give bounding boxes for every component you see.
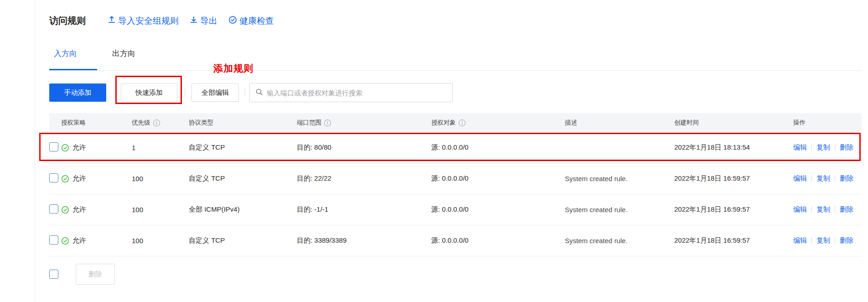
upload-icon [108,16,118,26]
allow-check-icon [61,175,69,183]
toolbar-divider [185,89,185,97]
info-icon[interactable]: i [459,120,465,126]
row-checkbox[interactable] [49,235,58,245]
priority-value: 100 [132,206,189,213]
health-check-link[interactable]: 健康检查 [228,15,274,27]
created-time-value: 2022年1月18日 16:59:57 [674,174,793,183]
action-divider [811,206,812,213]
action-divider [835,237,835,244]
protocol-value: 自定义 TCP [189,174,297,183]
col-priority: 优先级i [132,119,189,127]
auth-object-value: 源: 0.0.0.0/0 [431,205,565,214]
col-created-time: 创建时间 [674,119,793,127]
auth-object-value: 源: 0.0.0.0/0 [431,236,565,245]
page-title: 访问规则 [49,15,86,27]
copy-link[interactable]: 复制 [816,174,830,182]
table-row: 允许 100 自定义 TCP 目的: 22/22 源: 0.0.0.0/0 Sy… [49,163,862,194]
col-operations: 操作 [793,119,862,127]
select-all-checkbox[interactable] [49,270,58,279]
protocol-value: 自定义 TCP [189,236,297,245]
created-time-value: 2022年1月18日 18:13:54 [674,143,793,152]
auth-object-value: 源: 0.0.0.0/0 [431,143,565,152]
edit-link[interactable]: 编辑 [793,174,807,182]
port-range-value: 目的: 22/22 [297,174,431,183]
action-divider [835,206,835,213]
delete-link[interactable]: 删除 [840,205,853,213]
tab-outbound[interactable]: 出方向 [112,46,135,70]
edit-link[interactable]: 编辑 [793,205,807,213]
action-divider [811,175,812,182]
allow-check-icon [61,237,69,245]
row-checkbox[interactable] [49,204,58,213]
port-range-value: 目的: -1/-1 [297,205,431,214]
search-icon [255,88,263,98]
action-divider [835,144,835,151]
manual-add-button[interactable]: 手动添加 [49,83,106,102]
allow-check-icon [61,144,69,152]
protocol-value: 自定义 TCP [189,143,297,152]
search-input[interactable] [267,89,447,97]
edit-link[interactable]: 编辑 [793,143,807,151]
direction-tabs: 入方向 出方向 [49,46,862,71]
port-range-value: 目的: 3389/3389 [297,236,431,245]
col-policy: 授权策略 [61,119,132,127]
rules-toolbar: 手动添加 快速添加 全部编辑 [49,83,453,102]
download-icon [190,16,200,26]
export-link[interactable]: 导出 [190,15,217,27]
table-header-row: 授权策略 优先级i 协议类型 端口范围i 授权对象i 描述 创建时间 操作 [49,113,862,132]
created-time-value: 2022年1月18日 16:59:57 [674,236,793,245]
col-auth-object: 授权对象i [431,119,565,127]
row-checkbox[interactable] [49,173,58,182]
delete-link[interactable]: 删除 [840,174,853,182]
policy-value: 允许 [72,174,86,183]
protocol-value: 全部 ICMP(IPv4) [189,205,297,214]
description-value: System created rule. [565,237,674,245]
export-link-label: 导出 [200,15,217,27]
batch-delete-button[interactable]: 删除 [76,264,115,285]
health-check-link-label: 健康检查 [239,15,274,27]
port-range-value: 目的: 80/80 [297,143,431,152]
col-port-range: 端口范围i [297,119,431,127]
col-description: 描述 [565,119,674,127]
info-icon[interactable]: i [324,120,331,126]
edit-all-button[interactable]: 全部编辑 [191,83,239,102]
import-link-label: 导入安全组规则 [118,15,179,27]
policy-value: 允许 [72,143,86,152]
page-header: 访问规则 导入安全组规则 导出 健康检查 [49,15,285,27]
priority-value: 100 [132,237,189,245]
col-protocol: 协议类型 [189,119,297,127]
info-icon[interactable]: i [153,120,160,126]
created-time-value: 2022年1月18日 16:59:57 [674,205,793,214]
import-security-group-rules-link[interactable]: 导入安全组规则 [108,15,179,27]
table-row: 允许 100 全部 ICMP(IPv4) 目的: -1/-1 源: 0.0.0.… [49,194,862,225]
edit-link[interactable]: 编辑 [793,236,807,244]
copy-link[interactable]: 复制 [816,143,830,151]
rule-search-box [249,83,453,102]
auth-object-value: 源: 0.0.0.0/0 [431,174,565,183]
action-divider [811,144,812,151]
row-checkbox[interactable] [49,142,58,151]
delete-link[interactable]: 删除 [840,143,853,151]
allow-check-icon [61,206,69,214]
priority-value: 100 [132,175,189,182]
table-row: 允许 100 自定义 TCP 目的: 3389/3389 源: 0.0.0.0/… [49,225,862,256]
quick-add-button[interactable]: 快速添加 [121,83,177,102]
description-value: System created rule. [565,206,674,213]
description-value: System created rule. [565,175,674,182]
security-rules-table: 授权策略 优先级i 协议类型 端口范围i 授权对象i 描述 创建时间 操作 允许… [49,113,862,256]
action-divider [835,175,835,182]
copy-link[interactable]: 复制 [816,205,830,213]
table-footer: 删除 [49,264,115,285]
policy-value: 允许 [72,205,86,214]
copy-link[interactable]: 复制 [816,236,830,244]
priority-value: 1 [132,144,189,151]
policy-value: 允许 [72,236,86,245]
action-divider [811,237,812,244]
toolbar-divider [245,89,245,97]
table-row: 允许 1 自定义 TCP 目的: 80/80 源: 0.0.0.0/0 2022… [49,132,862,163]
shield-check-icon [228,16,239,26]
panel-left-divider [35,0,35,302]
delete-link[interactable]: 删除 [840,236,853,244]
tab-inbound[interactable]: 入方向 [49,46,97,70]
